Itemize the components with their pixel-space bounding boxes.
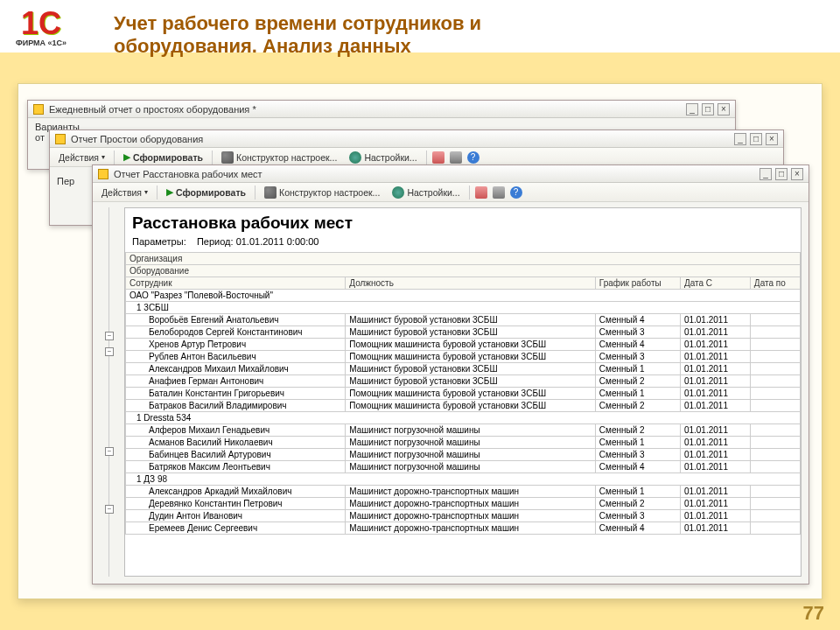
maximize-button[interactable]: □ [702, 103, 714, 116]
outline-toggle[interactable]: − [105, 332, 114, 340]
window-icon [33, 104, 44, 115]
outline-area [108, 207, 116, 577]
cell-position: Машинист погрузочной машины [346, 424, 596, 437]
cell-employee: Анафиев Герман Антонович [126, 375, 346, 388]
table-row[interactable]: Александров Аркадий МихайловичМашинист д… [126, 486, 801, 498]
close-button[interactable]: × [766, 133, 778, 145]
cell-date-from: 01.01.2011 [680, 498, 750, 510]
generate-button[interactable]: ▶Сформировать [163, 186, 249, 199]
wrench-icon [264, 186, 276, 199]
cell-employee: Воробьёв Евгений Анатольевич [126, 314, 346, 326]
settings-constructor-button[interactable]: Конструктор настроек... [218, 150, 340, 164]
cell-date-to [750, 400, 800, 412]
table-row[interactable]: Асманов Василий НиколаевичМашинист погру… [126, 437, 801, 449]
settings-button[interactable]: Настройки... [346, 150, 420, 164]
table-row[interactable]: Баталин Константин ГригорьевичПомощник м… [126, 388, 801, 400]
outline-toggle[interactable]: − [105, 347, 114, 356]
cell-employee: Хренов Артур Петрович [126, 339, 346, 351]
cell-position: Помощник машиниста буровой установки 3СБ… [346, 400, 596, 412]
cell-schedule: Сменный 1 [595, 486, 680, 498]
cell-date-to [750, 498, 800, 510]
report-body: ОАО "Разрез "Полевой-Восточный"1 3СБШВор… [126, 290, 801, 535]
speaker-icon[interactable] [432, 151, 444, 164]
gear-icon [392, 186, 404, 199]
help-icon[interactable]: ? [510, 186, 522, 199]
cell-date-to [750, 424, 800, 437]
cell-date-from: 01.01.2011 [680, 510, 750, 522]
cell-date-from: 01.01.2011 [680, 388, 750, 400]
cell-schedule: Сменный 1 [595, 437, 680, 449]
settings-constructor-button[interactable]: Конструктор настроек... [261, 186, 383, 200]
table-row[interactable]: Деревянко Константин ПетровичМашинист до… [126, 498, 801, 510]
table-row[interactable]: Еремеев Денис СергеевичМашинист дорожно-… [126, 522, 801, 535]
cell-position: Помощник машиниста буровой установки 3СБ… [346, 388, 596, 400]
cell-date-to [750, 461, 800, 473]
minimize-button[interactable]: _ [686, 103, 698, 116]
speaker-icon[interactable] [475, 186, 487, 199]
table-row[interactable]: Дудин Антон ИвановичМашинист дорожно-тра… [126, 510, 801, 522]
table-row[interactable]: Рублев Антон ВасильевичПомощник машинист… [126, 351, 801, 363]
equipment-group[interactable]: 1 3СБШ [126, 302, 801, 314]
maximize-button[interactable]: □ [775, 168, 788, 180]
equipment-group[interactable]: 1 ДЗ 98 [126, 473, 801, 486]
settings-button[interactable]: Настройки... [388, 186, 463, 200]
col-employee: Сотрудник [126, 277, 346, 290]
cell-employee: Батраков Василий Владимирович [126, 400, 346, 412]
cell-date-to [750, 449, 800, 461]
actions-menu[interactable]: Действия▾ [55, 151, 108, 164]
cell-employee: Рублев Антон Васильевич [126, 351, 346, 363]
cell-schedule: Сменный 3 [595, 449, 680, 461]
table-row[interactable]: Белобородов Сергей КонстантиновичМашинис… [126, 326, 801, 339]
titlebar[interactable]: Отчет Простои оборудования _ □ × [50, 130, 783, 148]
cell-date-from: 01.01.2011 [680, 314, 750, 326]
report-area: Расстановка рабочих мест Параметры: Пери… [124, 207, 802, 577]
cell-date-from: 01.01.2011 [680, 400, 750, 412]
window-workplace-allocation-report: Отчет Расстановка рабочих мест _ □ × Дей… [92, 164, 809, 584]
table-row[interactable]: Алферов Михаил ГенадьевичМашинист погруз… [126, 424, 801, 437]
col-position: Должность [346, 277, 596, 290]
minimize-button[interactable]: _ [760, 168, 772, 180]
cell-employee: Баталин Константин Григорьевич [126, 388, 346, 400]
outline-toggle[interactable]: − [105, 447, 114, 456]
print-icon[interactable] [493, 186, 505, 199]
cell-date-to [750, 388, 800, 400]
table-row[interactable]: Бабинцев Василий АртуровичМашинист погру… [126, 449, 801, 461]
close-button[interactable]: × [718, 103, 730, 116]
cell-schedule: Сменный 1 [595, 388, 680, 400]
separator [255, 186, 256, 200]
page-title: Учет рабочего времени сотрудников и обор… [114, 12, 481, 58]
cell-position: Машинист буровой установки 3СБШ [346, 326, 596, 339]
cell-date-from: 01.01.2011 [680, 437, 750, 449]
titlebar[interactable]: Отчет Расстановка рабочих мест _ □ × [93, 165, 808, 183]
cell-date-to [750, 486, 800, 498]
table-row[interactable]: Александров Михаил МихайловичМашинист бу… [126, 363, 801, 375]
table-row[interactable]: Воробьёв Евгений АнатольевичМашинист бур… [126, 314, 801, 326]
actions-menu[interactable]: Действия▾ [98, 186, 151, 199]
cell-position: Помощник машиниста буровой установки 3СБ… [346, 351, 596, 363]
cell-date-from: 01.01.2011 [680, 351, 750, 363]
cell-schedule: Сменный 4 [595, 522, 680, 535]
titlebar[interactable]: Ежедневный отчет о простоях оборудования… [28, 101, 735, 118]
outline-toggle[interactable]: − [105, 505, 114, 514]
equipment-group[interactable]: 1 Dressta 534 [126, 412, 801, 424]
help-icon[interactable]: ? [467, 151, 480, 164]
cell-schedule: Сменный 1 [595, 363, 680, 375]
table-row[interactable]: Батраков Василий ВладимировичПомощник ма… [126, 400, 801, 412]
cell-date-to [750, 363, 800, 375]
table-row[interactable]: Хренов Артур ПетровичПомощник машиниста … [126, 339, 801, 351]
print-icon[interactable] [450, 151, 462, 164]
maximize-button[interactable]: □ [750, 133, 762, 145]
generate-button[interactable]: ▶Сформировать [120, 150, 206, 164]
slide-number: 77 [803, 602, 824, 625]
cell-date-to [750, 510, 800, 522]
table-row[interactable]: Анафиев Герман АнтоновичМашинист буровой… [126, 375, 801, 388]
window-icon [55, 134, 66, 144]
table-row[interactable]: Батряков Максим ЛеонтьевичМашинист погру… [126, 461, 801, 473]
close-button[interactable]: × [791, 168, 803, 180]
cell-schedule: Сменный 4 [595, 461, 680, 473]
page-title-line2: оборудования. Анализ данных [114, 35, 411, 57]
cell-date-from: 01.01.2011 [680, 363, 750, 375]
wrench-icon [221, 151, 234, 164]
minimize-button[interactable]: _ [734, 133, 746, 145]
logo-sub: ФИРМА «1С» [16, 38, 66, 47]
